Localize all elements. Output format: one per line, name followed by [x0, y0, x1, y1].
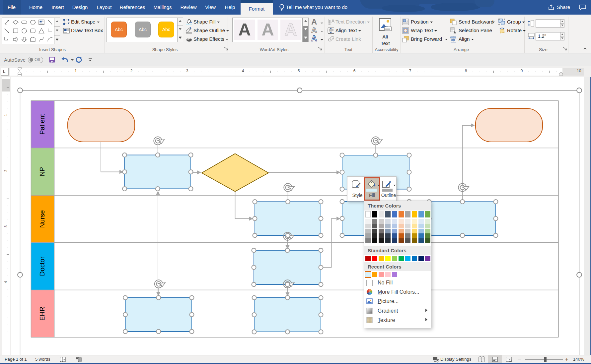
svg-text:1: 1: [4, 114, 8, 116]
svg-text:NP: NP: [38, 167, 46, 176]
svg-text:Doctor: Doctor: [38, 257, 46, 276]
svg-text:2: 2: [4, 170, 8, 172]
svg-text:4: 4: [4, 281, 8, 283]
svg-text:Patient: Patient: [38, 114, 46, 135]
svg-text:3: 3: [4, 225, 8, 227]
svg-text:Nurse: Nurse: [38, 210, 46, 228]
svg-text:EHR: EHR: [38, 307, 46, 321]
